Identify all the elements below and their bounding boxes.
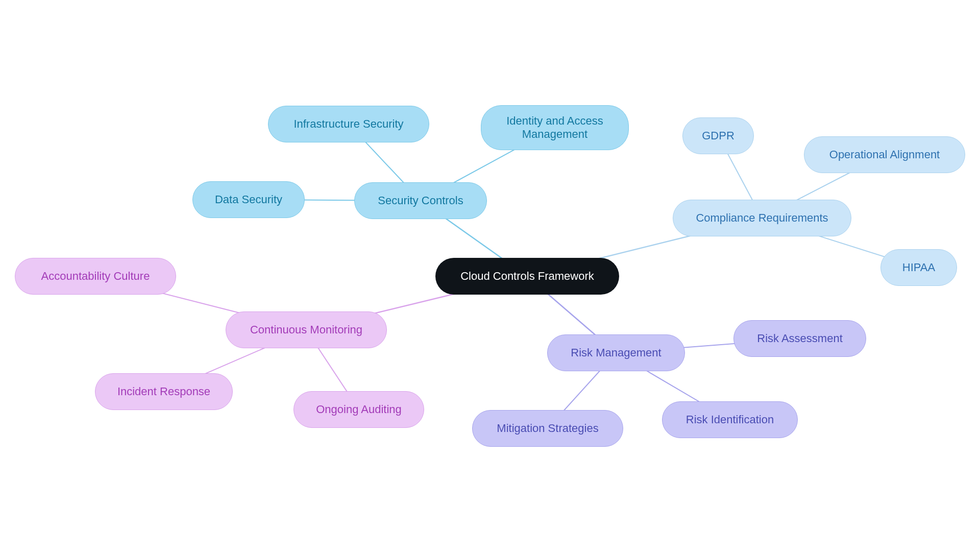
monitoring-label: Continuous Monitoring bbox=[250, 323, 362, 336]
ongoing-auditing-label: Ongoing Auditing bbox=[316, 403, 402, 416]
operational-alignment-label: Operational Alignment bbox=[829, 148, 940, 161]
compliance-node[interactable]: Compliance Requirements bbox=[673, 200, 851, 236]
iam-label: Identity and AccessManagement bbox=[506, 114, 603, 141]
compliance-label: Compliance Requirements bbox=[696, 211, 828, 225]
accountability-culture-node[interactable]: Accountability Culture bbox=[15, 258, 176, 295]
risk-assessment-node[interactable]: Risk Assessment bbox=[733, 320, 866, 357]
accountability-culture-label: Accountability Culture bbox=[41, 270, 150, 283]
incident-response-node[interactable]: Incident Response bbox=[95, 373, 233, 410]
data-security-node[interactable]: Data Security bbox=[192, 181, 305, 218]
risk-identification-node[interactable]: Risk Identification bbox=[662, 401, 798, 438]
monitoring-node[interactable]: Continuous Monitoring bbox=[226, 311, 387, 348]
incident-response-label: Incident Response bbox=[117, 385, 210, 398]
operational-alignment-node[interactable]: Operational Alignment bbox=[804, 136, 965, 173]
risk-label: Risk Management bbox=[571, 346, 661, 359]
infrastructure-security-label: Infrastructure Security bbox=[293, 117, 403, 131]
mitigation-strategies-label: Mitigation Strategies bbox=[497, 422, 598, 435]
root-label: Cloud Controls Framework bbox=[460, 270, 594, 283]
infrastructure-security-node[interactable]: Infrastructure Security bbox=[268, 106, 429, 142]
gdpr-label: GDPR bbox=[702, 129, 734, 142]
mitigation-strategies-node[interactable]: Mitigation Strategies bbox=[472, 410, 623, 447]
hipaa-node[interactable]: HIPAA bbox=[880, 249, 957, 286]
risk-identification-label: Risk Identification bbox=[686, 413, 774, 426]
security-node[interactable]: Security Controls bbox=[354, 182, 487, 219]
security-label: Security Controls bbox=[378, 194, 463, 207]
ongoing-auditing-node[interactable]: Ongoing Auditing bbox=[293, 391, 424, 428]
risk-node[interactable]: Risk Management bbox=[547, 334, 685, 371]
mindmap-canvas: Cloud Controls Framework Security Contro… bbox=[0, 0, 980, 553]
iam-node[interactable]: Identity and AccessManagement bbox=[481, 105, 629, 150]
root-node[interactable]: Cloud Controls Framework bbox=[435, 258, 619, 295]
hipaa-label: HIPAA bbox=[902, 261, 935, 274]
gdpr-node[interactable]: GDPR bbox=[682, 117, 754, 154]
risk-assessment-label: Risk Assessment bbox=[757, 332, 843, 345]
data-security-label: Data Security bbox=[215, 193, 282, 206]
